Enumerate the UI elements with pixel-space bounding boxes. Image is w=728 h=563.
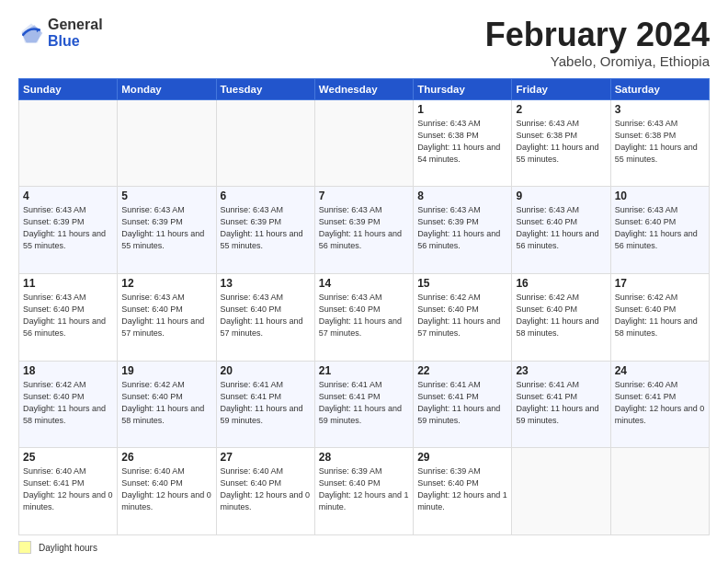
day-number: 22 (417, 364, 507, 377)
day-number: 12 (121, 277, 211, 290)
table-row: 7Sunrise: 6:43 AM Sunset: 6:39 PM Daylig… (314, 187, 413, 274)
table-row: 2Sunrise: 6:43 AM Sunset: 6:38 PM Daylig… (512, 99, 610, 187)
day-info: Sunrise: 6:43 AM Sunset: 6:40 PM Dayligh… (121, 292, 211, 339)
table-row: 17Sunrise: 6:42 AM Sunset: 6:40 PM Dayli… (610, 273, 709, 361)
calendar-table: Sunday Monday Tuesday Wednesday Thursday… (18, 78, 710, 535)
day-number: 28 (319, 451, 409, 464)
day-info: Sunrise: 6:43 AM Sunset: 6:40 PM Dayligh… (516, 204, 606, 252)
table-row: 16Sunrise: 6:42 AM Sunset: 6:40 PM Dayli… (512, 273, 610, 361)
day-number: 29 (417, 451, 507, 464)
header-monday: Monday (118, 78, 216, 99)
table-row (118, 99, 216, 187)
header-wednesday: Wednesday (314, 78, 413, 99)
logo-blue: Blue (48, 33, 103, 50)
day-number: 6 (221, 190, 311, 202)
footer: Daylight hours (18, 541, 710, 554)
calendar-week-row: 4Sunrise: 6:43 AM Sunset: 6:39 PM Daylig… (19, 187, 710, 274)
day-info: Sunrise: 6:43 AM Sunset: 6:39 PM Dayligh… (417, 204, 507, 252)
table-row: 18Sunrise: 6:42 AM Sunset: 6:40 PM Dayli… (19, 361, 118, 448)
table-row: 20Sunrise: 6:41 AM Sunset: 6:41 PM Dayli… (216, 361, 314, 448)
table-row (610, 448, 709, 535)
daylight-legend-box (18, 541, 31, 554)
table-row: 23Sunrise: 6:41 AM Sunset: 6:41 PM Dayli… (512, 361, 610, 448)
day-number: 3 (615, 103, 705, 116)
table-row: 3Sunrise: 6:43 AM Sunset: 6:38 PM Daylig… (610, 99, 709, 187)
day-info: Sunrise: 6:42 AM Sunset: 6:40 PM Dayligh… (23, 379, 113, 427)
day-number: 14 (319, 277, 409, 290)
day-info: Sunrise: 6:41 AM Sunset: 6:41 PM Dayligh… (417, 379, 507, 427)
day-info: Sunrise: 6:43 AM Sunset: 6:40 PM Dayligh… (319, 292, 409, 339)
table-row: 24Sunrise: 6:40 AM Sunset: 6:41 PM Dayli… (610, 361, 709, 448)
table-row (512, 448, 610, 535)
day-info: Sunrise: 6:40 AM Sunset: 6:41 PM Dayligh… (615, 379, 705, 427)
table-row: 29Sunrise: 6:39 AM Sunset: 6:40 PM Dayli… (414, 448, 512, 535)
day-number: 18 (23, 364, 113, 377)
day-info: Sunrise: 6:43 AM Sunset: 6:38 PM Dayligh… (615, 118, 705, 166)
table-row: 27Sunrise: 6:40 AM Sunset: 6:40 PM Dayli… (216, 448, 314, 535)
day-info: Sunrise: 6:40 AM Sunset: 6:40 PM Dayligh… (221, 465, 311, 513)
header-saturday: Saturday (610, 78, 709, 99)
day-number: 27 (221, 451, 311, 464)
day-info: Sunrise: 6:43 AM Sunset: 6:39 PM Dayligh… (23, 204, 113, 252)
day-number: 26 (121, 451, 211, 464)
day-info: Sunrise: 6:41 AM Sunset: 6:41 PM Dayligh… (516, 379, 606, 427)
table-row: 5Sunrise: 6:43 AM Sunset: 6:39 PM Daylig… (118, 187, 216, 274)
header-friday: Friday (512, 78, 610, 99)
month-title: February 2024 (485, 17, 710, 53)
calendar-week-row: 1Sunrise: 6:43 AM Sunset: 6:38 PM Daylig… (19, 99, 710, 187)
day-info: Sunrise: 6:43 AM Sunset: 6:39 PM Dayligh… (319, 204, 409, 252)
header-sunday: Sunday (19, 78, 118, 99)
table-row: 26Sunrise: 6:40 AM Sunset: 6:40 PM Dayli… (118, 448, 216, 535)
logo: General Blue (18, 17, 103, 49)
calendar-week-row: 18Sunrise: 6:42 AM Sunset: 6:40 PM Dayli… (19, 361, 710, 448)
day-info: Sunrise: 6:43 AM Sunset: 6:40 PM Dayligh… (23, 292, 113, 339)
day-number: 1 (417, 103, 507, 116)
day-number: 8 (417, 190, 507, 202)
daylight-legend-label: Daylight hours (39, 543, 97, 553)
day-number: 21 (319, 364, 409, 377)
day-number: 10 (615, 190, 705, 202)
table-row: 10Sunrise: 6:43 AM Sunset: 6:40 PM Dayli… (610, 187, 709, 274)
header-thursday: Thursday (414, 78, 512, 99)
day-info: Sunrise: 6:43 AM Sunset: 6:40 PM Dayligh… (221, 292, 311, 339)
day-number: 23 (516, 364, 606, 377)
logo-general: General (48, 17, 103, 33)
table-row: 21Sunrise: 6:41 AM Sunset: 6:41 PM Dayli… (314, 361, 413, 448)
day-info: Sunrise: 6:39 AM Sunset: 6:40 PM Dayligh… (417, 465, 507, 513)
table-row: 1Sunrise: 6:43 AM Sunset: 6:38 PM Daylig… (414, 99, 512, 187)
day-info: Sunrise: 6:41 AM Sunset: 6:41 PM Dayligh… (319, 379, 409, 427)
day-info: Sunrise: 6:43 AM Sunset: 6:38 PM Dayligh… (417, 118, 507, 166)
title-section: February 2024 Yabelo, Oromiya, Ethiopia (485, 17, 710, 69)
day-number: 9 (516, 190, 606, 202)
table-row: 15Sunrise: 6:42 AM Sunset: 6:40 PM Dayli… (414, 273, 512, 361)
table-row: 12Sunrise: 6:43 AM Sunset: 6:40 PM Dayli… (118, 273, 216, 361)
day-number: 24 (615, 364, 705, 377)
day-info: Sunrise: 6:42 AM Sunset: 6:40 PM Dayligh… (516, 292, 606, 339)
table-row (314, 99, 413, 187)
table-row (19, 99, 118, 187)
calendar-week-row: 25Sunrise: 6:40 AM Sunset: 6:41 PM Dayli… (19, 448, 710, 535)
day-info: Sunrise: 6:41 AM Sunset: 6:41 PM Dayligh… (221, 379, 311, 427)
location-subtitle: Yabelo, Oromiya, Ethiopia (485, 53, 710, 69)
day-number: 25 (23, 451, 113, 464)
calendar-header-row: Sunday Monday Tuesday Wednesday Thursday… (19, 78, 710, 99)
table-row (216, 99, 314, 187)
page: General Blue February 2024 Yabelo, Oromi… (0, 0, 728, 563)
table-row: 13Sunrise: 6:43 AM Sunset: 6:40 PM Dayli… (216, 273, 314, 361)
day-info: Sunrise: 6:40 AM Sunset: 6:41 PM Dayligh… (23, 465, 113, 513)
header-tuesday: Tuesday (216, 78, 314, 99)
table-row: 28Sunrise: 6:39 AM Sunset: 6:40 PM Dayli… (314, 448, 413, 535)
generalblue-icon (18, 20, 44, 46)
table-row: 6Sunrise: 6:43 AM Sunset: 6:39 PM Daylig… (216, 187, 314, 274)
day-number: 17 (615, 277, 705, 290)
day-info: Sunrise: 6:43 AM Sunset: 6:39 PM Dayligh… (121, 204, 211, 252)
day-info: Sunrise: 6:42 AM Sunset: 6:40 PM Dayligh… (417, 292, 507, 339)
day-number: 5 (121, 190, 211, 202)
table-row: 8Sunrise: 6:43 AM Sunset: 6:39 PM Daylig… (414, 187, 512, 274)
day-number: 4 (23, 190, 113, 202)
table-row: 19Sunrise: 6:42 AM Sunset: 6:40 PM Dayli… (118, 361, 216, 448)
table-row: 4Sunrise: 6:43 AM Sunset: 6:39 PM Daylig… (19, 187, 118, 274)
day-number: 7 (319, 190, 409, 202)
table-row: 9Sunrise: 6:43 AM Sunset: 6:40 PM Daylig… (512, 187, 610, 274)
table-row: 22Sunrise: 6:41 AM Sunset: 6:41 PM Dayli… (414, 361, 512, 448)
